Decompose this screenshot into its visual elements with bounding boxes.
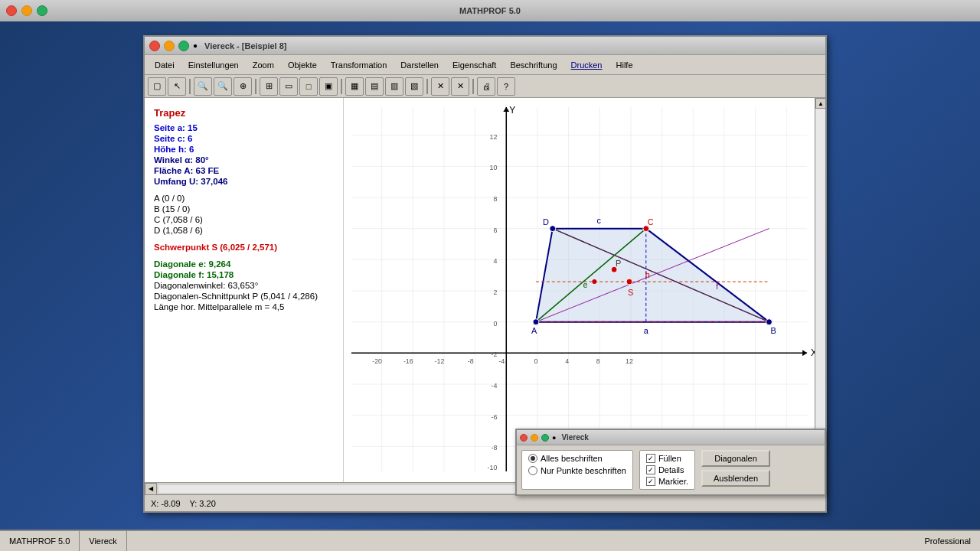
tb-print2[interactable]: ▤ xyxy=(365,77,384,96)
radio-alles-btn[interactable] xyxy=(528,454,537,463)
svg-point-69 xyxy=(533,319,539,325)
radio-punkte[interactable]: Nur Punkte beschriften xyxy=(528,466,626,475)
menu-datei[interactable]: Datei xyxy=(148,58,181,72)
tb-zoom-in[interactable]: 🔍 xyxy=(194,77,212,96)
tb-print4[interactable]: ▧ xyxy=(405,77,423,96)
svg-text:0: 0 xyxy=(534,357,537,365)
svg-text:a: a xyxy=(644,326,649,335)
radio-punkte-label: Nur Punkte beschriften xyxy=(541,466,626,475)
shape-title: Trapez xyxy=(154,107,334,119)
tb-box[interactable]: □ xyxy=(299,77,318,96)
app-maximize-btn[interactable] xyxy=(178,41,189,51)
svg-text:4: 4 xyxy=(493,257,497,265)
schwerpunkt: Schwerpunkt S (6,025 / 2,571) xyxy=(154,243,334,252)
svg-text:-8: -8 xyxy=(468,357,474,365)
menu-objekte[interactable]: Objekte xyxy=(281,58,324,72)
maximize-btn[interactable] xyxy=(37,5,47,16)
scroll-left-btn[interactable]: ◀ xyxy=(145,483,157,495)
seite-c: Seite c: 6 xyxy=(154,134,334,143)
check-markier-box[interactable]: ✓ xyxy=(646,477,655,486)
svg-text:X: X xyxy=(811,347,815,358)
scroll-track xyxy=(815,109,825,471)
menu-eigenschaft[interactable]: Eigenschaft xyxy=(446,58,503,72)
tb-x1[interactable]: ✕ xyxy=(431,77,449,96)
menu-hilfe[interactable]: Hilfe xyxy=(609,58,640,72)
tb-print1[interactable]: ▦ xyxy=(345,77,364,96)
tb-x2[interactable]: ✕ xyxy=(451,77,469,96)
svg-text:C: C xyxy=(648,217,654,227)
sub-titlebar: ● Viereck xyxy=(517,430,825,445)
menu-beschriftung[interactable]: Beschriftung xyxy=(503,58,564,72)
vertical-scrollbar[interactable]: ▲ ▼ xyxy=(815,98,825,482)
tb-zoom-out[interactable]: 🔍 xyxy=(214,77,232,96)
tb-grid[interactable]: ⊞ xyxy=(260,77,278,96)
radio-alles[interactable]: Alles beschriften xyxy=(528,454,626,463)
svg-text:-8: -8 xyxy=(491,444,497,452)
check-details-box[interactable]: ✓ xyxy=(646,465,655,474)
check-details[interactable]: ✓ Details xyxy=(646,465,688,474)
svg-text:Y: Y xyxy=(509,105,515,116)
check-markier[interactable]: ✓ Markier. xyxy=(646,477,688,486)
schwerpunkt-section: Schwerpunkt S (6,025 / 2,571) xyxy=(154,243,334,252)
radio-alles-dot xyxy=(531,456,535,461)
tb-print3[interactable]: ▥ xyxy=(385,77,403,96)
umfang: Umfang U: 37,046 xyxy=(154,177,334,186)
coord-b: B (15 / 0) xyxy=(154,204,334,214)
svg-text:2: 2 xyxy=(493,289,497,296)
svg-text:e: e xyxy=(583,280,587,289)
coords-bar: X: -8.09 Y: 3.20 xyxy=(145,494,825,511)
tb-pointer[interactable]: ▢ xyxy=(148,77,166,96)
svg-text:-16: -16 xyxy=(403,357,413,365)
check-fuellen-box[interactable]: ✓ xyxy=(646,454,655,463)
svg-text:-4: -4 xyxy=(498,357,505,365)
flaeche: Fläche A: 63 FE xyxy=(154,166,334,175)
tb-zoom-reset[interactable]: ⊕ xyxy=(234,77,252,96)
sub-close-btn[interactable] xyxy=(520,434,528,442)
check-fuellen-label: Füllen xyxy=(658,454,681,463)
app-window: ● Viereck - [Beispiel 8] Datei Einstellu… xyxy=(143,35,827,513)
status-edition: Professional xyxy=(915,535,980,547)
diagonale-e: Diagonale e: 9,264 xyxy=(154,259,334,269)
app-minimize-btn[interactable] xyxy=(164,41,175,51)
app-close-btn[interactable] xyxy=(149,41,160,51)
coords-section: A (0 / 0) B (15 / 0) C (7,058 / 6) D (1,… xyxy=(154,194,334,235)
tb-box2[interactable]: ▣ xyxy=(319,77,338,96)
minimize-btn[interactable] xyxy=(21,5,32,16)
svg-text:-12: -12 xyxy=(435,357,445,365)
menu-drucken[interactable]: Drucken xyxy=(564,58,609,72)
ausblenden-btn[interactable]: Ausblenden xyxy=(701,470,770,487)
tb-sep-3 xyxy=(341,79,342,94)
sub-window-title: Viereck xyxy=(561,433,588,442)
status-app-name: MATHPROF 5.0 xyxy=(0,531,80,551)
svg-text:4: 4 xyxy=(565,357,569,365)
menu-darstellen[interactable]: Darstellen xyxy=(394,58,446,72)
tb-help[interactable]: ? xyxy=(497,77,515,96)
close-btn[interactable] xyxy=(6,5,17,16)
svg-text:12: 12 xyxy=(489,133,497,141)
label-options: Alles beschriften Nur Punkte beschriften xyxy=(521,450,633,490)
menu-transformation[interactable]: Transformation xyxy=(324,58,394,72)
sub-max-btn[interactable] xyxy=(541,434,549,442)
tb-fit[interactable]: ▭ xyxy=(279,77,298,96)
radio-punkte-btn[interactable] xyxy=(528,466,537,475)
graph-area[interactable]: X Y -20 -16 -12 -8 -4 0 4 8 12 12 10 8 6… xyxy=(344,98,815,482)
app-titlebar: ● Viereck - [Beispiel 8] xyxy=(145,37,825,55)
svg-text:P: P xyxy=(616,259,621,268)
svg-text:A: A xyxy=(531,326,537,335)
menu-einstellungen[interactable]: Einstellungen xyxy=(181,58,246,72)
check-fuellen[interactable]: ✓ Füllen xyxy=(646,454,688,463)
tb-sep-2 xyxy=(255,79,256,94)
tb-print[interactable]: 🖨 xyxy=(477,77,495,96)
diagonalen-btn[interactable]: Diagonalen xyxy=(701,450,770,467)
sub-min-btn[interactable] xyxy=(531,434,538,442)
scroll-up-btn[interactable]: ▲ xyxy=(815,98,826,109)
svg-text:0: 0 xyxy=(493,320,497,328)
sub-window-viereck: ● Viereck Alles beschriften Nur Punkte b… xyxy=(515,429,826,496)
svg-text:10: 10 xyxy=(489,164,497,171)
laenge: Länge hor. Mittelparallele m = 4,5 xyxy=(154,302,334,311)
tb-select[interactable]: ↖ xyxy=(168,77,186,96)
menu-zoom[interactable]: Zoom xyxy=(246,58,281,72)
diagonale-section: Diagonale e: 9,264 Diagonale f: 15,178 D… xyxy=(154,259,334,311)
winkel: Winkel α: 80° xyxy=(154,155,334,165)
status-module: Viereck xyxy=(80,531,126,551)
